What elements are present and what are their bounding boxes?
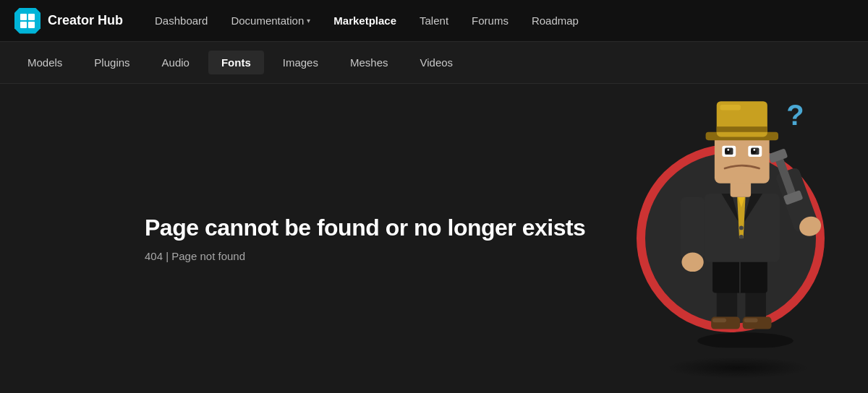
svg-rect-39 <box>717 126 767 132</box>
subnav-audio[interactable]: Audio <box>149 51 203 74</box>
subnav-fonts[interactable]: Fonts <box>208 51 264 74</box>
error-subtext: 404 | Page not found <box>145 250 585 262</box>
documentation-dropdown-arrow: ▾ <box>307 17 310 25</box>
character-area: ? <box>637 84 868 393</box>
logo-icon <box>14 8 41 34</box>
svg-rect-1 <box>28 14 35 20</box>
sub-navigation: Models Plugins Audio Fonts Images Meshes… <box>0 42 868 84</box>
svg-rect-0 <box>20 14 27 20</box>
error-heading: Page cannot be found or no longer exists <box>145 215 585 241</box>
svg-rect-20 <box>681 197 705 259</box>
svg-point-35 <box>727 149 729 151</box>
svg-point-18 <box>739 226 744 230</box>
top-navigation: Creator Hub Dashboard Documentation ▾ Ma… <box>0 0 868 42</box>
svg-rect-3 <box>28 22 35 28</box>
subnav-videos[interactable]: Videos <box>407 51 467 74</box>
nav-roadmap[interactable]: Roadmap <box>522 9 589 33</box>
subnav-meshes[interactable]: Meshes <box>337 51 401 74</box>
subnav-models[interactable]: Models <box>14 51 75 74</box>
nav-documentation[interactable]: Documentation ▾ <box>221 9 320 33</box>
svg-point-21 <box>681 253 703 272</box>
logo-text: Creator Hub <box>48 13 123 28</box>
main-content: Page cannot be found or no longer exists… <box>0 84 868 393</box>
subnav-images[interactable]: Images <box>270 51 331 74</box>
nav-marketplace[interactable]: Marketplace <box>323 9 407 33</box>
svg-rect-2 <box>20 22 27 28</box>
svg-point-4 <box>697 332 793 347</box>
svg-rect-40 <box>720 105 740 111</box>
subnav-plugins[interactable]: Plugins <box>81 51 142 74</box>
svg-text:?: ? <box>786 99 804 131</box>
svg-point-36 <box>753 149 755 151</box>
nav-dashboard[interactable]: Dashboard <box>145 9 218 33</box>
logo-area[interactable]: Creator Hub <box>14 8 123 34</box>
character-illustration: ? <box>651 87 854 347</box>
nav-talent[interactable]: Talent <box>409 9 459 33</box>
error-text-area: Page cannot be found or no longer exists… <box>0 215 585 262</box>
character-shadow <box>665 357 810 379</box>
top-nav-links: Dashboard Documentation ▾ Marketplace Ta… <box>145 9 854 33</box>
nav-forums[interactable]: Forums <box>461 9 519 33</box>
svg-rect-9 <box>712 318 726 322</box>
svg-point-19 <box>739 235 744 239</box>
svg-rect-10 <box>744 318 758 322</box>
